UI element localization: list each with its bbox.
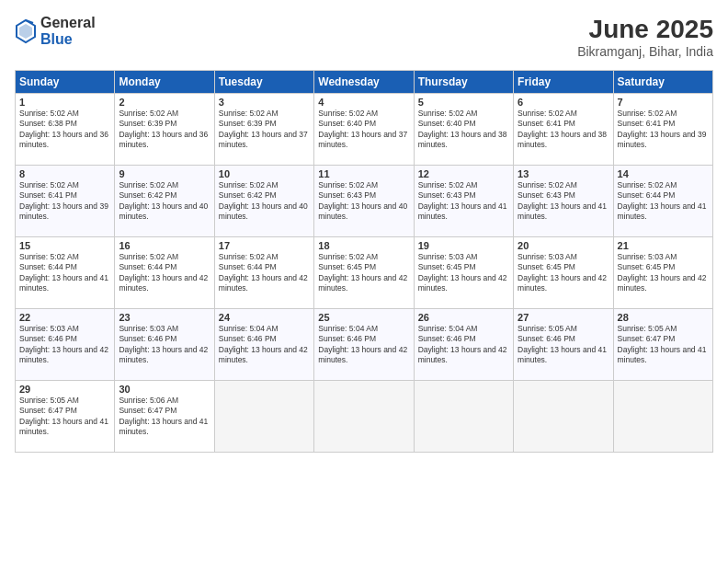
- day-info: Sunrise: 5:02 AM Sunset: 6:43 PM Dayligh…: [518, 180, 609, 223]
- table-row: 1 Sunrise: 5:02 AM Sunset: 6:38 PM Dayli…: [16, 94, 115, 166]
- day-number: 5: [418, 97, 509, 108]
- day-number: 18: [318, 240, 409, 251]
- table-row: 21 Sunrise: 5:03 AM Sunset: 6:45 PM Dayl…: [613, 237, 712, 309]
- day-info: Sunrise: 5:02 AM Sunset: 6:43 PM Dayligh…: [418, 180, 509, 223]
- table-row: [613, 381, 712, 453]
- day-number: 22: [19, 312, 110, 323]
- col-tuesday: Tuesday: [214, 71, 313, 94]
- day-info: Sunrise: 5:02 AM Sunset: 6:41 PM Dayligh…: [618, 109, 709, 151]
- logo-general-text: General: [40, 15, 96, 31]
- day-info: Sunrise: 5:02 AM Sunset: 6:45 PM Dayligh…: [318, 252, 409, 294]
- day-info: Sunrise: 5:02 AM Sunset: 6:41 PM Dayligh…: [19, 180, 110, 223]
- day-info: Sunrise: 5:02 AM Sunset: 6:38 PM Dayligh…: [19, 109, 110, 151]
- day-number: 28: [618, 312, 709, 323]
- day-number: 23: [119, 312, 210, 323]
- day-number: 16: [119, 240, 210, 251]
- month-title: June 2025: [577, 15, 713, 44]
- table-row: 19 Sunrise: 5:03 AM Sunset: 6:45 PM Dayl…: [414, 237, 513, 309]
- table-row: 16 Sunrise: 5:02 AM Sunset: 6:44 PM Dayl…: [115, 237, 214, 309]
- calendar-table: Sunday Monday Tuesday Wednesday Thursday…: [15, 70, 713, 453]
- day-number: 10: [219, 168, 310, 179]
- day-info: Sunrise: 5:02 AM Sunset: 6:42 PM Dayligh…: [219, 180, 310, 223]
- day-number: 11: [318, 168, 409, 179]
- table-row: [314, 381, 414, 453]
- day-info: Sunrise: 5:05 AM Sunset: 6:47 PM Dayligh…: [19, 396, 110, 438]
- col-monday: Monday: [115, 71, 214, 94]
- calendar-row: 29 Sunrise: 5:05 AM Sunset: 6:47 PM Dayl…: [16, 381, 713, 453]
- day-info: Sunrise: 5:02 AM Sunset: 6:44 PM Dayligh…: [219, 252, 310, 294]
- page: General Blue June 2025 Bikramganj, Bihar…: [0, 0, 728, 563]
- table-row: [414, 381, 513, 453]
- day-number: 26: [418, 312, 509, 323]
- day-info: Sunrise: 5:04 AM Sunset: 6:46 PM Dayligh…: [318, 324, 409, 366]
- col-thursday: Thursday: [414, 71, 513, 94]
- table-row: [514, 381, 613, 453]
- logo: General Blue: [15, 15, 96, 47]
- logo-icon: [15, 18, 37, 44]
- table-row: 6 Sunrise: 5:02 AM Sunset: 6:41 PM Dayli…: [514, 94, 613, 166]
- table-row: 26 Sunrise: 5:04 AM Sunset: 6:46 PM Dayl…: [414, 309, 513, 381]
- table-row: 7 Sunrise: 5:02 AM Sunset: 6:41 PM Dayli…: [613, 94, 712, 166]
- table-row: 2 Sunrise: 5:02 AM Sunset: 6:39 PM Dayli…: [115, 94, 214, 166]
- table-row: 3 Sunrise: 5:02 AM Sunset: 6:39 PM Dayli…: [214, 94, 313, 166]
- table-row: 8 Sunrise: 5:02 AM Sunset: 6:41 PM Dayli…: [16, 166, 115, 237]
- title-block: June 2025 Bikramganj, Bihar, India: [577, 15, 713, 59]
- day-number: 21: [618, 240, 709, 251]
- day-info: Sunrise: 5:02 AM Sunset: 6:40 PM Dayligh…: [418, 109, 509, 151]
- day-number: 1: [19, 97, 110, 108]
- table-row: 4 Sunrise: 5:02 AM Sunset: 6:40 PM Dayli…: [314, 94, 414, 166]
- logo-blue-text: Blue: [40, 31, 96, 48]
- table-row: 28 Sunrise: 5:05 AM Sunset: 6:47 PM Dayl…: [613, 309, 712, 381]
- day-number: 30: [119, 384, 210, 395]
- day-number: 24: [219, 312, 310, 323]
- day-info: Sunrise: 5:03 AM Sunset: 6:45 PM Dayligh…: [518, 252, 609, 294]
- table-row: 5 Sunrise: 5:02 AM Sunset: 6:40 PM Dayli…: [414, 94, 513, 166]
- calendar-header-row: Sunday Monday Tuesday Wednesday Thursday…: [16, 71, 713, 94]
- day-info: Sunrise: 5:02 AM Sunset: 6:39 PM Dayligh…: [119, 109, 210, 151]
- col-friday: Friday: [514, 71, 613, 94]
- col-wednesday: Wednesday: [314, 71, 414, 94]
- calendar-row: 8 Sunrise: 5:02 AM Sunset: 6:41 PM Dayli…: [16, 166, 713, 237]
- day-number: 8: [19, 168, 110, 179]
- day-number: 12: [418, 168, 509, 179]
- day-info: Sunrise: 5:02 AM Sunset: 6:44 PM Dayligh…: [618, 180, 709, 223]
- table-row: 11 Sunrise: 5:02 AM Sunset: 6:43 PM Dayl…: [314, 166, 414, 237]
- table-row: 18 Sunrise: 5:02 AM Sunset: 6:45 PM Dayl…: [314, 237, 414, 309]
- day-number: 4: [318, 97, 409, 108]
- day-info: Sunrise: 5:03 AM Sunset: 6:46 PM Dayligh…: [119, 324, 210, 366]
- day-number: 20: [518, 240, 609, 251]
- col-saturday: Saturday: [613, 71, 712, 94]
- day-info: Sunrise: 5:03 AM Sunset: 6:45 PM Dayligh…: [618, 252, 709, 294]
- day-info: Sunrise: 5:02 AM Sunset: 6:42 PM Dayligh…: [119, 180, 210, 223]
- day-info: Sunrise: 5:05 AM Sunset: 6:47 PM Dayligh…: [618, 324, 709, 366]
- day-info: Sunrise: 5:02 AM Sunset: 6:44 PM Dayligh…: [19, 252, 110, 294]
- header: General Blue June 2025 Bikramganj, Bihar…: [15, 15, 713, 59]
- day-info: Sunrise: 5:04 AM Sunset: 6:46 PM Dayligh…: [418, 324, 509, 366]
- logo-text: General Blue: [40, 15, 96, 47]
- day-info: Sunrise: 5:05 AM Sunset: 6:46 PM Dayligh…: [518, 324, 609, 366]
- location: Bikramganj, Bihar, India: [577, 44, 713, 59]
- day-info: Sunrise: 5:06 AM Sunset: 6:47 PM Dayligh…: [119, 396, 210, 438]
- calendar-row: 15 Sunrise: 5:02 AM Sunset: 6:44 PM Dayl…: [16, 237, 713, 309]
- table-row: 30 Sunrise: 5:06 AM Sunset: 6:47 PM Dayl…: [115, 381, 214, 453]
- table-row: 20 Sunrise: 5:03 AM Sunset: 6:45 PM Dayl…: [514, 237, 613, 309]
- calendar-row: 1 Sunrise: 5:02 AM Sunset: 6:38 PM Dayli…: [16, 94, 713, 166]
- table-row: 9 Sunrise: 5:02 AM Sunset: 6:42 PM Dayli…: [115, 166, 214, 237]
- svg-line-2: [26, 20, 33, 23]
- calendar-row: 22 Sunrise: 5:03 AM Sunset: 6:46 PM Dayl…: [16, 309, 713, 381]
- table-row: 24 Sunrise: 5:04 AM Sunset: 6:46 PM Dayl…: [214, 309, 313, 381]
- svg-marker-1: [19, 24, 32, 39]
- table-row: 29 Sunrise: 5:05 AM Sunset: 6:47 PM Dayl…: [16, 381, 115, 453]
- table-row: 13 Sunrise: 5:02 AM Sunset: 6:43 PM Dayl…: [514, 166, 613, 237]
- day-info: Sunrise: 5:03 AM Sunset: 6:45 PM Dayligh…: [418, 252, 509, 294]
- day-number: 29: [19, 384, 110, 395]
- table-row: 10 Sunrise: 5:02 AM Sunset: 6:42 PM Dayl…: [214, 166, 313, 237]
- day-number: 3: [219, 97, 310, 108]
- day-info: Sunrise: 5:04 AM Sunset: 6:46 PM Dayligh…: [219, 324, 310, 366]
- table-row: 15 Sunrise: 5:02 AM Sunset: 6:44 PM Dayl…: [16, 237, 115, 309]
- day-number: 17: [219, 240, 310, 251]
- table-row: 17 Sunrise: 5:02 AM Sunset: 6:44 PM Dayl…: [214, 237, 313, 309]
- day-info: Sunrise: 5:02 AM Sunset: 6:39 PM Dayligh…: [219, 109, 310, 151]
- table-row: 25 Sunrise: 5:04 AM Sunset: 6:46 PM Dayl…: [314, 309, 414, 381]
- day-number: 6: [518, 97, 609, 108]
